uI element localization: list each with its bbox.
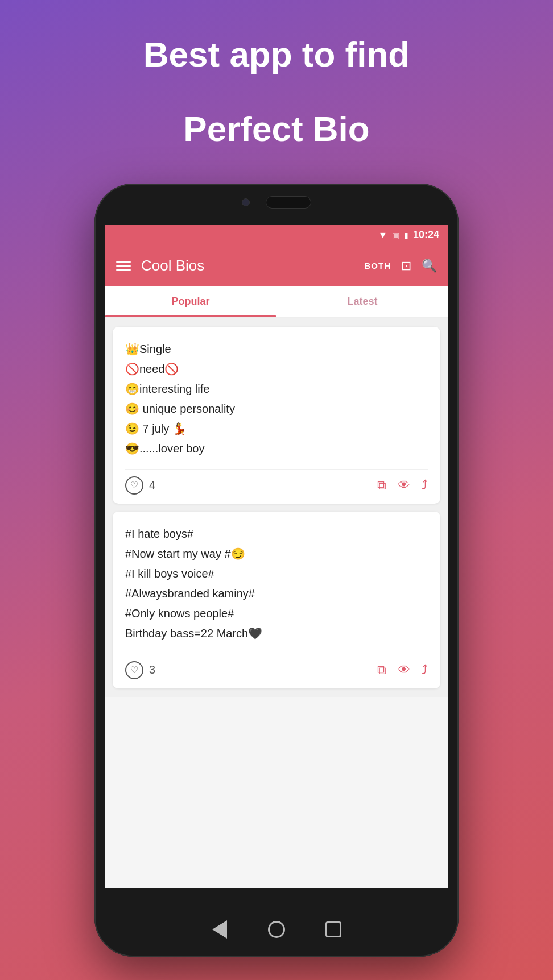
bio2-line-1: #I hate boys# [125,524,428,544]
bio2-line-6: Birthday bass=22 March🖤 [125,624,428,643]
wifi-icon: ▼ [378,230,387,240]
card-2-right-actions: ⧉ 👁 ⤴ [377,663,428,678]
hero-title: Best app to find [109,34,444,74]
bio-line-6: 😎......lover boy [125,439,428,459]
view-button-1[interactable]: 👁 [398,478,410,493]
bio-text-1: 👑Single 🚫need🚫 😁interesting life 😊 uniqu… [125,339,428,459]
bio2-line-2: #Now start my way #😏 [125,544,428,564]
app-title: Cool Bios [141,257,354,275]
view-button-2[interactable]: 👁 [398,663,410,678]
bio-card-2: #I hate boys# #Now start my way #😏 #I ki… [113,512,440,688]
phone-mockup: ▼ ▣ ▮ 10:24 Cool Bios BOTH ⊡ 🔍 [94,184,459,957]
phone-camera-area [242,196,311,209]
like-count-2: 3 [149,663,155,676]
like-button-1[interactable]: ♡ [125,476,143,495]
bio-text-2: #I hate boys# #Now start my way #😏 #I ki… [125,524,428,643]
home-circle-icon [268,921,285,938]
nav-home-button[interactable] [265,918,288,941]
signal-icon: ▣ [392,231,399,240]
bio2-line-3: #I kill boys voice# [125,564,428,584]
like-button-2[interactable]: ♡ [125,661,143,679]
tab-popular[interactable]: Popular [105,286,276,317]
content-area: 👑Single 🚫need🚫 😁interesting life 😊 uniqu… [105,318,448,697]
status-bar: ▼ ▣ ▮ 10:24 [105,225,448,246]
bio2-line-4: #Alwaysbranded kaminy# [125,584,428,604]
bio-card-1: 👑Single 🚫need🚫 😁interesting life 😊 uniqu… [113,327,440,504]
phone-shell: ▼ ▣ ▮ 10:24 Cool Bios BOTH ⊡ 🔍 [94,184,459,957]
status-time: 10:24 [413,229,439,241]
bio-card-2-actions: ♡ 3 ⧉ 👁 ⤴ [125,654,428,679]
app-bar: Cool Bios BOTH ⊡ 🔍 [105,246,448,286]
card-1-right-actions: ⧉ 👁 ⤴ [377,478,428,493]
share-button-1[interactable]: ⤴ [422,478,428,493]
bio-line-2: 🚫need🚫 [125,359,428,379]
bio2-line-5: #Only knows people# [125,604,428,624]
copy-button-2[interactable]: ⧉ [377,663,386,678]
both-filter-button[interactable]: BOTH [365,261,391,271]
front-camera [242,198,250,206]
bio-line-4: 😊 unique personality [125,399,428,419]
nav-recents-button[interactable] [322,918,345,941]
status-icons: ▼ ▣ ▮ 10:24 [378,229,439,241]
tab-latest[interactable]: Latest [276,286,448,317]
search-icon[interactable]: 🔍 [422,259,437,273]
battery-icon: ▮ [404,231,408,240]
phone-screen: ▼ ▣ ▮ 10:24 Cool Bios BOTH ⊡ 🔍 [105,225,448,888]
back-arrow-icon [212,920,227,939]
speaker-grille [266,196,311,209]
bio-line-3: 😁interesting life [125,379,428,399]
hamburger-menu-button[interactable] [116,261,131,271]
app-bar-actions: BOTH ⊡ 🔍 [365,259,438,273]
bio-card-1-actions: ♡ 4 ⧉ 👁 ⤴ [125,469,428,495]
cast-icon[interactable]: ⊡ [401,259,411,273]
tabs-bar: Popular Latest [105,286,448,318]
nav-back-button[interactable] [208,918,231,941]
like-area-1: ♡ 4 [125,476,155,495]
like-area-2: ♡ 3 [125,661,155,679]
copy-button-1[interactable]: ⧉ [377,478,386,493]
hero-subtitle: Perfect Bio [149,109,403,149]
bio-line-1: 👑Single [125,339,428,359]
recents-square-icon [325,921,341,937]
phone-nav-bar [134,918,419,941]
menu-line-1 [116,261,131,263]
like-count-1: 4 [149,479,155,492]
bio-line-5: 😉 7 july 💃 [125,419,428,439]
share-button-2[interactable]: ⤴ [422,663,428,678]
menu-line-2 [116,265,131,267]
menu-line-3 [116,269,131,271]
